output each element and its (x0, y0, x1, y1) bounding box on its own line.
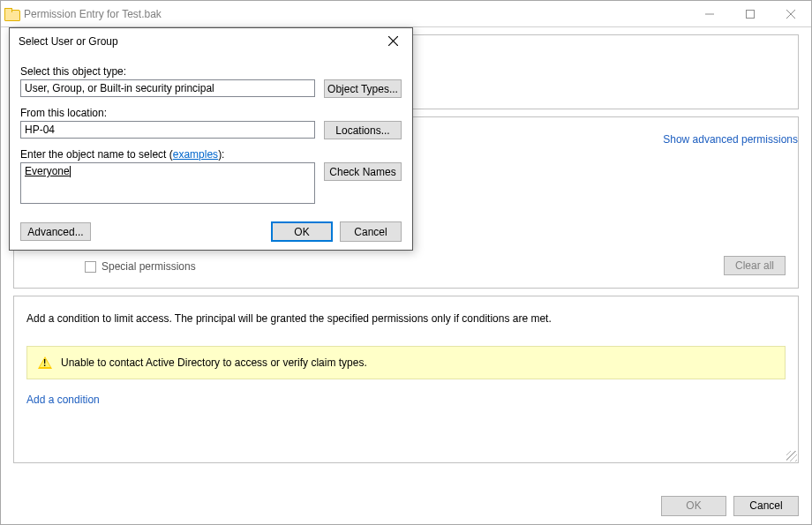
examples-link[interactable]: examples (173, 148, 218, 161)
dialog-cancel-button[interactable]: Cancel (340, 221, 402, 242)
select-user-or-group-dialog: Select User or Group Select this object … (9, 27, 413, 251)
object-types-button[interactable]: Object Types... (324, 79, 402, 98)
parent-cancel-button[interactable]: Cancel (733, 496, 799, 516)
location-value: HP-04 (25, 124, 55, 136)
special-permissions-checkbox[interactable] (85, 261, 96, 273)
permission-entry-window: Permission Entry for Test.bak Show advan… (0, 0, 812, 525)
advanced-button[interactable]: Advanced... (20, 222, 91, 241)
resize-grip[interactable] (786, 451, 797, 461)
check-names-button[interactable]: Check Names (324, 162, 402, 181)
object-type-value: User, Group, or Built-in security princi… (25, 82, 214, 94)
svg-rect-1 (747, 10, 755, 18)
dialog-titlebar: Select User or Group (10, 28, 412, 55)
show-advanced-permissions-link[interactable]: Show advanced permissions (663, 133, 798, 146)
titlebar: Permission Entry for Test.bak (1, 1, 811, 27)
dialog-ok-button[interactable]: OK (271, 221, 333, 242)
window-buttons (689, 1, 811, 26)
parent-ok-button[interactable]: OK (661, 496, 726, 516)
dialog-close-button[interactable] (373, 28, 412, 53)
warning-bar: ! Unable to contact Active Directory to … (26, 346, 786, 379)
add-condition-link[interactable]: Add a condition (26, 394, 786, 406)
location-input[interactable]: HP-04 (20, 121, 315, 139)
maximize-button[interactable] (730, 1, 771, 26)
object-type-input[interactable]: User, Group, or Built-in security princi… (20, 79, 315, 97)
dialog-title: Select User or Group (19, 35, 118, 48)
object-name-value: Everyone (25, 165, 70, 177)
location-label: From this location: (20, 107, 402, 119)
condition-instruction: Add a condition to limit access. The pri… (26, 312, 786, 325)
close-button[interactable] (771, 1, 811, 26)
special-permissions-row: Special permissions (85, 260, 786, 273)
window-title: Permission Entry for Test.bak (24, 8, 689, 20)
dialog-footer: Advanced... OK Cancel (10, 211, 412, 251)
warning-icon: ! (38, 356, 52, 370)
dialog-body: Select this object type: User, Group, or… (10, 55, 412, 211)
folder-icon (4, 8, 19, 19)
object-name-input[interactable]: Everyone (20, 162, 315, 204)
clear-all-button[interactable]: Clear all (724, 256, 786, 275)
minimize-button[interactable] (689, 1, 730, 26)
special-permissions-label: Special permissions (102, 260, 196, 273)
parent-footer: OK Cancel (1, 487, 811, 524)
warning-text: Unable to contact Active Directory to ac… (61, 356, 367, 369)
enter-name-label: Enter the object name to select (example… (20, 148, 402, 161)
condition-panel: Add a condition to limit access. The pri… (13, 296, 799, 463)
object-type-label: Select this object type: (20, 65, 402, 78)
locations-button[interactable]: Locations... (324, 121, 402, 139)
